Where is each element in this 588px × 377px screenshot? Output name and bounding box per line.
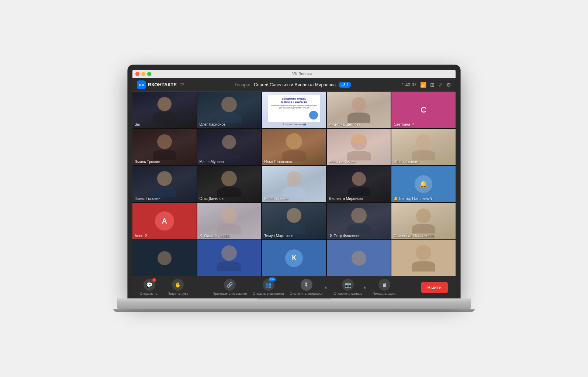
participants-icon: 👥 25+ xyxy=(263,279,274,291)
participant-name-you: Вы xyxy=(135,122,140,127)
participant-cell-oleg: Олег Ларионов xyxy=(197,92,262,128)
participant-name-pavel: Павел Головин xyxy=(135,197,160,201)
invite-button[interactable]: 🔗 Пригласить по ссылке xyxy=(212,279,247,296)
participant-cell-yuri: Юрий Калинин xyxy=(391,129,456,165)
participant-cell-viktor: 🔔 🔔 Виктор Николаев 🎙 xyxy=(391,166,456,202)
participant-cell-kirill: Кирилл Левин xyxy=(262,166,326,202)
participants-button[interactable]: 👥 25+ Открыть участников xyxy=(253,279,284,296)
invite-label: Пригласить по ссылке xyxy=(212,292,247,296)
layout-icon[interactable]: ⊞ xyxy=(430,82,435,88)
toolbar-center: 🔗 Пригласить по ссылке 👥 25+ Открыть уча… xyxy=(212,279,396,296)
minimize-btn[interactable] xyxy=(141,72,145,76)
participant-cell-r5c4 xyxy=(327,240,391,276)
participant-cell-alexey: Алексей Филин xyxy=(327,129,391,165)
show-screen-button[interactable]: 🖥 Показать экран xyxy=(373,279,396,296)
participant-name-emil: Эмиль Трошин xyxy=(135,160,160,164)
vk-icon: вк xyxy=(137,80,146,89)
participant-cell-you: Вы xyxy=(132,92,197,128)
participant-name-oleg: Олег Ларионов xyxy=(200,122,226,127)
open-chat-button[interactable]: 💬 Открыть чат xyxy=(140,279,159,296)
participants-label: Открыть участников xyxy=(253,292,284,296)
participant-name-stanislav: Станислав Илларионов xyxy=(394,234,434,238)
header-center: Говорят Сергей Савельев и Виолетта Мирон… xyxy=(235,82,351,88)
screen-top-bar: VK Звонки xyxy=(132,70,456,78)
notification-dot xyxy=(152,278,156,282)
maximize-btn[interactable] xyxy=(147,72,151,76)
participant-cell-olga: 🎙 Ольга Купцова xyxy=(197,203,262,239)
participant-name-anon: Анон 🎙 xyxy=(135,234,148,238)
header-left: вк ВКОНТАКТЕ 🛡 xyxy=(137,80,184,89)
participant-name-timur: Тимур Мартынов xyxy=(264,234,293,238)
microphone-icon: 🎙 xyxy=(301,279,312,291)
hand-icon: ✋ xyxy=(172,279,184,291)
participant-cell-antigona: Антигона Щеглова xyxy=(327,92,391,128)
participant-name-masha: Маша Мурина xyxy=(200,160,224,164)
app-name: ВКОНТАКТЕ xyxy=(148,82,177,87)
participant-cell-pavel: Павел Головин xyxy=(132,166,197,202)
participant-cell-timur: Тимур Мартынов xyxy=(262,203,326,239)
participant-cell-r5c3: К xyxy=(262,240,326,276)
participant-name-yuri: Юрий Калинин xyxy=(394,160,419,164)
close-btn[interactable] xyxy=(135,72,139,76)
app-window: вк ВКОНТАКТЕ 🛡 Говорят Сергей Савельев и… xyxy=(132,78,456,298)
settings-icon[interactable]: ⚙ xyxy=(446,82,451,88)
cam-chevron-icon[interactable]: ▲ xyxy=(363,285,367,289)
video-grid: Вы Олег Ларионов Соединяем людей,сер xyxy=(132,92,456,276)
vk-logo: вк ВКОНТАКТЕ xyxy=(137,80,177,89)
participant-name-stas: Стас Данилов xyxy=(200,197,224,201)
speaking-names: Сергей Савельев и Виолетта Миронова xyxy=(254,82,336,87)
participant-name-ilya: Илья Голованов xyxy=(264,160,292,164)
mute-cam-label: Отключить камеру xyxy=(333,292,362,296)
link-icon: 🔗 xyxy=(224,279,236,291)
mute-mic-label: Отключить микрофон xyxy=(290,292,324,296)
app-toolbar: 💬 Открыть чат ✋ Поднять руку 🔗 Пригласит… xyxy=(132,276,456,298)
laptop-bezel: VK Звонки вк ВКОНТАКТЕ 🛡 Говорят Сергей … xyxy=(128,65,460,298)
participant-cell-r5c2 xyxy=(197,240,262,276)
participant-cell-stanislav: Станислав Илларионов xyxy=(391,203,456,239)
participant-cell-stas: Стас Данилов xyxy=(197,166,262,202)
participant-name-violetta: Виолетта Миронова xyxy=(329,197,363,201)
screen-icon: 🖥 xyxy=(378,279,390,291)
header-right: 1:40:07 📶 ⊞ ⤢ ⚙ xyxy=(402,82,451,88)
participant-name-antigona: Антигона Щеглова xyxy=(329,122,361,127)
participant-cell-sergey: Соединяем людей,сервисы и компании Милли… xyxy=(262,92,326,128)
participant-name-olga: 🎙 Ольга Купцова xyxy=(200,234,229,238)
participants-badge[interactable]: +3 1 xyxy=(339,82,351,88)
chat-icon: 💬 xyxy=(143,279,155,291)
call-timer: 1:40:07 xyxy=(402,82,416,87)
mic-container: 🎙 Отключить микрофон ▲ xyxy=(290,279,328,296)
raise-hand-button[interactable]: ✋ Поднять руку xyxy=(167,279,188,296)
open-chat-label: Открыть чат xyxy=(140,292,159,296)
participant-cell-svetlana: С Светлана 🎙 xyxy=(391,92,456,128)
shield-icon: 🛡 xyxy=(180,82,184,87)
signal-icon: 📶 xyxy=(420,82,426,88)
participant-name-svetlana: Светлана 🎙 xyxy=(394,122,415,127)
participant-cell-ilya: Илья Голованов xyxy=(262,129,326,165)
participant-cell-anon: А Анон 🎙 xyxy=(132,203,197,239)
participant-cell-masha: Маша Мурина xyxy=(197,129,262,165)
fullscreen-icon[interactable]: ⤢ xyxy=(438,82,443,88)
participant-cell-r5c5 xyxy=(391,240,456,276)
cam-container: 📷 Отключить камеру ▲ xyxy=(333,279,367,296)
camera-icon: 📷 xyxy=(342,279,354,291)
laptop-wrapper: VK Звонки вк ВКОНТАКТЕ 🛡 Говорят Сергей … xyxy=(117,65,471,312)
participant-name-kirill: Кирилл Левин xyxy=(264,197,288,201)
show-screen-label: Показать экран xyxy=(373,292,396,296)
mute-cam-button[interactable]: 📷 Отключить камеру xyxy=(333,279,362,296)
participant-cell-emil: Эмиль Трошин xyxy=(132,129,197,165)
toolbar-left: 💬 Открыть чат ✋ Поднять руку xyxy=(140,279,188,296)
app-header: вк ВКОНТАКТЕ 🛡 Говорят Сергей Савельев и… xyxy=(132,78,456,92)
participant-cell-petr: 🎙 Петр Филлипов xyxy=(327,203,391,239)
participant-name-viktor: 🔔 Виктор Николаев 🎙 xyxy=(394,197,433,201)
laptop-base xyxy=(117,298,471,309)
participant-cell-r5c1 xyxy=(132,240,197,276)
laptop-bottom xyxy=(113,309,475,312)
mute-mic-button[interactable]: 🎙 Отключить микрофон xyxy=(290,279,324,296)
participant-cell-violetta: Виолетта Миронова xyxy=(327,166,391,202)
participant-name-petr: 🎙 Петр Филлипов xyxy=(329,234,360,238)
exit-button[interactable]: Выйти xyxy=(421,282,449,293)
traffic-lights xyxy=(135,72,151,76)
mic-chevron-icon[interactable]: ▲ xyxy=(324,285,328,289)
speaking-label: Говорят xyxy=(235,82,251,87)
window-title: VK Звонки xyxy=(151,72,453,76)
